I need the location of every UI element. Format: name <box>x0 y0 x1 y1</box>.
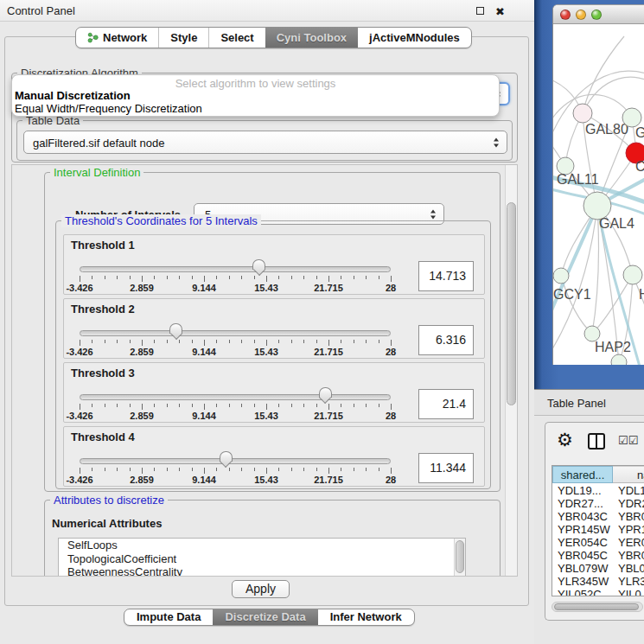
tab-discretize-data[interactable]: Discretize Data <box>213 609 317 625</box>
network-edge-highlighted[interactable] <box>553 206 597 323</box>
table-hscrollbar-thumb[interactable] <box>554 603 639 610</box>
minor-tick <box>316 468 317 471</box>
threshold-slider-thumb[interactable] <box>220 451 233 462</box>
table-row[interactable]: YLR345WYLR3 <box>552 575 644 588</box>
cell-shared-name: YDR27... <box>558 497 611 510</box>
threshold-slider-track[interactable] <box>80 394 391 400</box>
combo-spinner-icon <box>494 137 500 147</box>
tick-label: 2.859 <box>130 411 154 421</box>
network-node-unlabeled[interactable] <box>611 354 627 365</box>
attributes-scrollbar-thumb[interactable] <box>456 540 464 573</box>
settings-scroll-panel: Interval Definition Number of Intervals … <box>11 164 518 577</box>
close-icon[interactable]: ✖ <box>495 6 507 17</box>
threshold-slider-track[interactable] <box>80 330 391 336</box>
settings-panel-scrollbar[interactable] <box>505 165 517 576</box>
threshold-value-field[interactable]: 6.316 <box>418 325 474 355</box>
network-edge[interactable] <box>561 276 592 334</box>
threshold-slider-thumb[interactable] <box>169 323 182 334</box>
tick-label: 21.715 <box>314 347 343 357</box>
tab-jactivemnodules[interactable]: jActiveMNodules <box>358 28 471 48</box>
table-row[interactable]: YIL052CYIL0 <box>552 588 644 596</box>
slider-tick-labels: -3.4262.8599.14415.4321.71528 <box>80 411 391 421</box>
threshold-slider-thumb[interactable] <box>252 259 265 270</box>
network-edge[interactable] <box>592 206 598 334</box>
network-edge[interactable] <box>583 77 644 113</box>
network-node-GAL80[interactable] <box>573 104 592 123</box>
threshold-value-field[interactable]: 11.344 <box>418 453 474 483</box>
network-graph[interactable]: GAL80GACGAL11GAL4GCY1HHAP2 <box>553 24 644 365</box>
network-node-GCY1[interactable] <box>553 268 569 284</box>
gear-icon[interactable]: ⚙ <box>557 430 573 449</box>
tick-label: -3.426 <box>66 347 92 357</box>
table-row[interactable]: YBR043CYBR0 <box>552 510 644 523</box>
tab-impute-data[interactable]: Impute Data <box>124 609 213 625</box>
cell-name: YBL0 <box>618 562 644 575</box>
tab-style[interactable]: Style <box>158 28 208 48</box>
minor-tick <box>216 468 217 471</box>
threshold-value-field[interactable]: 14.713 <box>418 261 474 291</box>
network-node-GA[interactable] <box>622 108 641 127</box>
table-row[interactable]: YPR145WYPR1 <box>552 523 644 536</box>
minor-tick <box>254 404 255 407</box>
control-panel-title: Control Panel <box>7 4 75 17</box>
zoom-traffic-light-icon[interactable] <box>591 10 602 20</box>
threshold-slider-track[interactable] <box>80 266 391 272</box>
network-node-label: GCY1 <box>553 287 591 302</box>
slider-ticks <box>80 404 391 411</box>
minor-tick <box>229 468 230 471</box>
control-panel-titlebar: Control Panel ✖ <box>0 0 534 22</box>
network-canvas[interactable]: GAL80GACGAL11GAL4GCY1HHAP2 <box>553 24 644 365</box>
close-traffic-light-icon[interactable] <box>560 10 571 20</box>
minor-tick <box>291 276 292 279</box>
attributes-list-scrollbar[interactable] <box>454 539 465 577</box>
tab-cyni-toolbox[interactable]: Cyni Toolbox <box>265 28 358 48</box>
tick-label: 15.43 <box>254 347 278 357</box>
minor-tick <box>192 276 193 279</box>
threshold-value-field[interactable]: 21.4 <box>418 389 474 419</box>
threshold-panel-1: Threshold 1-3.4262.8599.14415.4321.71528… <box>63 234 485 295</box>
tick-label: 21.715 <box>314 283 343 293</box>
attribute-item-betweennesscentrality[interactable]: BetweennessCentrality <box>59 565 465 577</box>
minor-tick <box>154 404 155 407</box>
minor-tick <box>316 276 317 279</box>
apply-button[interactable]: Apply <box>232 580 290 598</box>
table-data-combobox[interactable]: galFiltered.sif default node <box>23 131 507 154</box>
tab-infer-network[interactable]: Infer Network <box>318 609 414 625</box>
attribute-item-selfloops[interactable]: SelfLoops <box>59 539 465 552</box>
numerical-attributes-list[interactable]: SelfLoopsTopologicalCoefficientBetweenne… <box>58 538 466 577</box>
column-header-shared-name[interactable]: shared... <box>552 466 613 483</box>
threshold-slider-track[interactable] <box>80 458 391 464</box>
network-node-H[interactable] <box>623 265 642 284</box>
network-window-titlebar[interactable] <box>553 5 644 24</box>
minor-tick <box>278 404 279 407</box>
minor-tick <box>192 340 193 343</box>
minor-tick <box>303 468 304 471</box>
major-tick <box>328 340 329 346</box>
dropdown-option-equal-width-frequency[interactable]: Equal Width/Frequency Discretization <box>15 102 202 115</box>
threshold-slider-thumb[interactable] <box>319 387 332 398</box>
minor-tick <box>216 276 217 279</box>
table-row[interactable]: YBR045CYBR0 <box>552 549 644 562</box>
split-columns-icon[interactable] <box>588 433 605 450</box>
select-columns-icon[interactable]: ☑☑ <box>618 434 638 447</box>
attribute-item-topologicalcoefficient[interactable]: TopologicalCoefficient <box>59 552 465 566</box>
network-node-label: GA <box>635 125 644 140</box>
table-horizontal-scrollbar[interactable] <box>552 602 643 612</box>
table-row[interactable]: YDL19...YDL1 <box>552 484 644 497</box>
column-header-name[interactable]: na <box>613 466 644 483</box>
table-row[interactable]: YDR27...YDR2 <box>552 497 644 510</box>
major-tick <box>80 340 80 346</box>
slider-tick-labels: -3.4262.8599.14415.4321.71528 <box>80 283 391 293</box>
minor-tick <box>366 340 367 343</box>
settings-scrollbar-thumb[interactable] <box>507 202 516 405</box>
float-window-icon[interactable] <box>475 6 487 17</box>
minimize-traffic-light-icon[interactable] <box>576 10 586 20</box>
table-row[interactable]: YER054CYER0 <box>552 536 644 549</box>
minor-tick <box>117 404 118 407</box>
table-row[interactable]: YBL079WYBL0 <box>552 562 644 575</box>
tab-select[interactable]: Select <box>208 28 265 48</box>
dropdown-option-manual-discretization[interactable]: Manual Discretization <box>15 89 131 102</box>
tab-network[interactable]: Network <box>76 28 158 48</box>
minor-tick <box>179 340 180 343</box>
slider-tick-labels: -3.4262.8599.14415.4321.71528 <box>80 347 391 357</box>
